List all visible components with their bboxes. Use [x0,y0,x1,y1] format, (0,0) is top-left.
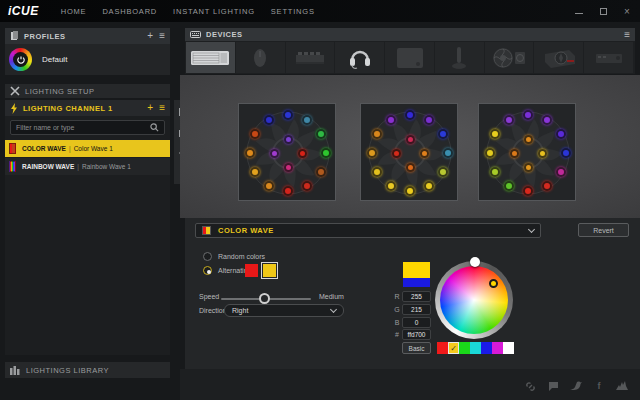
fan-led[interactable] [438,167,448,177]
fan-led[interactable] [283,186,293,196]
fan-led[interactable] [524,135,533,144]
fan-led[interactable] [270,149,279,158]
r-input[interactable]: 255 [402,291,431,302]
fan-preview-3[interactable] [478,103,576,201]
device-thumb-keyboard[interactable] [186,42,235,73]
fan-led[interactable] [524,163,533,172]
filter-input[interactable]: Filter name or type [10,120,165,135]
fan-led[interactable] [424,181,434,191]
quick-swatch-3[interactable] [459,342,470,354]
fan-led[interactable] [538,149,547,158]
brightness-handle[interactable] [470,257,480,267]
fan-led[interactable] [392,149,401,158]
fan-led[interactable] [316,167,326,177]
facebook-icon[interactable]: f [593,380,605,392]
nav-instant-lighting[interactable]: INSTANT LIGHTING [173,7,255,16]
device-thumb-mouse[interactable] [236,42,285,73]
alternating-color-2[interactable] [263,264,276,277]
device-thumb-aio-cooler[interactable] [485,42,534,73]
add-lighting-button[interactable]: + [147,103,153,113]
fan-led[interactable] [485,148,495,158]
fan-led[interactable] [542,181,552,191]
speed-slider-knob[interactable] [259,293,270,304]
g-input[interactable]: 215 [402,304,431,315]
quick-swatch-7[interactable] [503,342,514,354]
devices-menu-icon[interactable]: ≡ [624,30,630,40]
basic-button[interactable]: Basic [402,342,431,354]
quick-swatch-2[interactable]: ✓ [448,342,459,354]
channel-menu-icon[interactable]: ≡ [159,103,165,113]
quick-swatch-1[interactable] [437,342,448,354]
device-thumb-ram[interactable] [286,42,335,73]
fan-led[interactable] [284,163,293,172]
fan-led[interactable] [406,135,415,144]
lighting-item-rainbow-wave[interactable]: RAINBOW WAVE | Rainbow Wave 1 [5,158,170,175]
twitter-icon[interactable] [570,380,582,392]
revert-button[interactable]: Revert [578,223,629,237]
lightings-library-bar[interactable]: LIGHTINGS LIBRARY [5,362,170,378]
hex-input[interactable]: ffd700 [402,329,431,340]
fan-led[interactable] [504,181,514,191]
lighting-setup-header[interactable]: LIGHTING SETUP [5,84,170,98]
fan-led[interactable] [321,148,331,158]
fan-led[interactable] [561,148,571,158]
alternating-radio[interactable] [203,266,212,275]
direction-select[interactable]: Right [224,304,344,317]
color-wheel[interactable] [435,261,513,339]
device-thumb-psu[interactable] [534,42,583,73]
fan-led[interactable] [556,167,566,177]
random-colors-radio[interactable] [203,252,212,261]
quick-swatch-5[interactable] [481,342,492,354]
fan-preview-1[interactable] [238,103,336,201]
speed-slider[interactable] [221,298,311,300]
fan-led[interactable] [556,129,566,139]
device-thumb-headset-stand[interactable] [435,42,484,73]
add-profile-button[interactable]: + [147,31,153,41]
fan-led[interactable] [405,186,415,196]
hue-disc[interactable] [440,266,508,334]
b-input[interactable]: 0 [402,317,431,328]
fan-led[interactable] [367,148,377,158]
nav-settings[interactable]: SETTINGS [271,7,315,16]
profile-item-default[interactable]: Default [5,44,170,75]
link-icon[interactable] [524,380,536,392]
lighting-item-color-wave[interactable]: COLOR WAVE | Color Wave 1 [5,140,170,157]
devices-panel: DEVICES ≡ [185,28,635,74]
chat-icon[interactable] [547,380,559,392]
device-thumb-headset[interactable] [335,42,384,73]
nav-dashboard[interactable]: DASHBOARD [102,7,157,16]
fan-led[interactable] [245,148,255,158]
device-thumb-mousemat[interactable] [385,42,434,73]
minimize-icon[interactable] [572,4,586,18]
fan-led[interactable] [283,110,293,120]
device-thumb-lighting-node[interactable] [584,42,633,73]
maximize-icon[interactable] [596,4,610,18]
fan-led[interactable] [443,148,453,158]
quick-swatch-4[interactable] [470,342,481,354]
nav-home[interactable]: HOME [61,7,87,16]
hex-label: # [393,331,401,338]
direction-value: Right [232,307,331,314]
color-handle[interactable] [489,279,498,288]
fan-led[interactable] [298,149,307,158]
fan-led[interactable] [386,181,396,191]
fan-led[interactable] [523,186,533,196]
fan-led[interactable] [405,110,415,120]
fan-led[interactable] [302,181,312,191]
titlebar: iCUE HOME DASHBOARD INSTANT LIGHTING SET… [0,0,640,22]
close-icon[interactable]: × [620,4,634,18]
effect-select[interactable]: COLOR WAVE [195,223,541,238]
alternating-color-1[interactable] [245,264,258,277]
quick-swatch-6[interactable] [492,342,503,354]
fan-led[interactable] [264,181,274,191]
fan-led[interactable] [316,129,326,139]
fan-led[interactable] [523,110,533,120]
fan-led[interactable] [438,129,448,139]
fan-led[interactable] [510,149,519,158]
corsair-icon[interactable] [616,380,628,392]
fan-preview-2[interactable] [360,103,458,201]
fan-led[interactable] [284,135,293,144]
fan-led[interactable] [420,149,429,158]
profiles-menu-icon[interactable]: ≡ [159,31,165,41]
fan-led[interactable] [406,163,415,172]
